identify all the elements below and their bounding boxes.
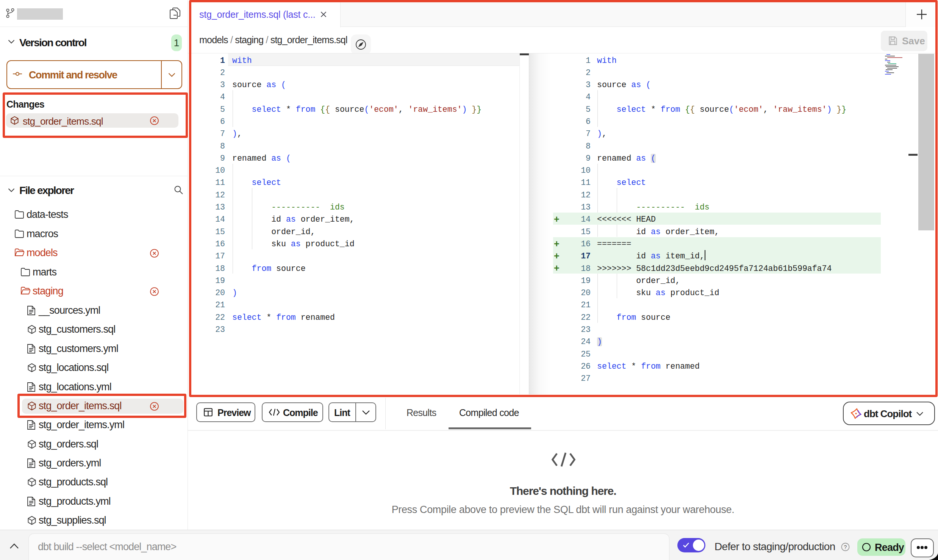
svg-text:?: ?: [844, 544, 847, 550]
